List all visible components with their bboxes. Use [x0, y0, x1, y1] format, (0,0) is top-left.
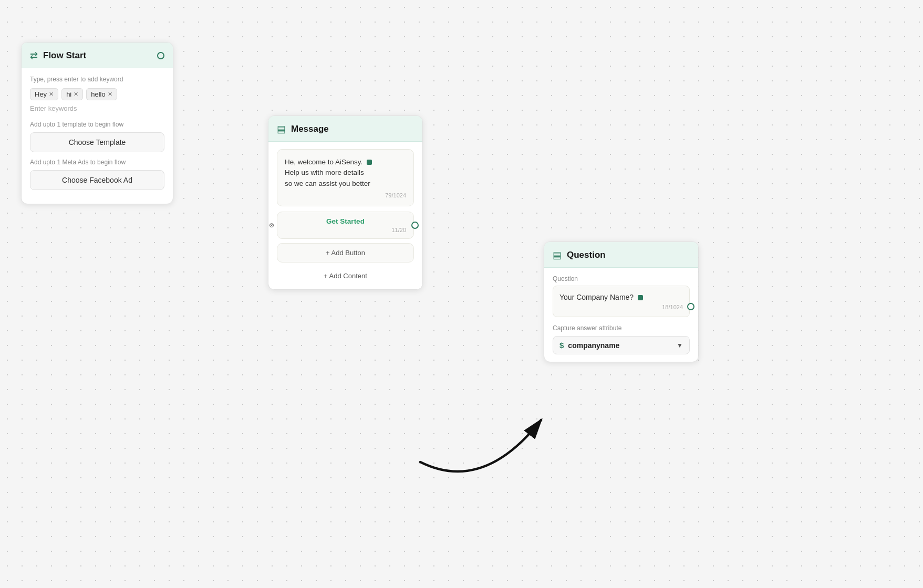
ads-section-label: Add upto 1 Meta Ads to begin flow [30, 159, 164, 166]
keyword-hint: Type, press enter to add keyword [30, 76, 164, 83]
button-char-count: 11/20 [285, 227, 406, 233]
question-icon: ▤ [553, 249, 562, 261]
choose-facebook-ad-button[interactable]: Choose Facebook Ad [30, 170, 164, 190]
choose-template-button[interactable]: Choose Template [30, 132, 164, 152]
add-button-row[interactable]: + Add Button [277, 243, 414, 262]
keywords-row: Hey ✕ hi ✕ hello ✕ [30, 88, 164, 100]
question-section-label: Question [553, 275, 690, 282]
keyword-hi-label: hi [66, 90, 71, 98]
keyword-hi-remove[interactable]: ✕ [74, 91, 78, 98]
capture-label: Capture answer attribute [553, 324, 690, 332]
keyword-hello[interactable]: hello ✕ [86, 88, 117, 100]
message-title: Message [291, 124, 414, 134]
flow-start-body: Type, press enter to add keyword Hey ✕ h… [22, 68, 173, 204]
get-started-label: Get Started [285, 217, 406, 225]
question-input-area[interactable]: Your Company Name? 18/1024 [553, 286, 690, 317]
question-card: ▤ Question Question Your Company Name? 1… [544, 242, 699, 362]
question-green-dot [638, 295, 643, 300]
keyword-hi[interactable]: hi ✕ [61, 88, 83, 100]
flow-start-title: Flow Start [43, 50, 152, 61]
message-green-dot [367, 160, 372, 165]
question-body: Question Your Company Name? 18/1024 Capt… [544, 268, 698, 362]
keyword-hey-remove[interactable]: ✕ [49, 91, 54, 98]
message-bubble[interactable]: He, welcome to AiSensy. Help us with mor… [277, 149, 414, 206]
capture-dropdown[interactable]: $ companyname ▼ [553, 336, 690, 354]
button-option-remove[interactable]: ⊗ [269, 222, 274, 229]
message-char-count: 79/1024 [285, 192, 406, 198]
dollar-icon: $ [559, 341, 564, 350]
message-header: ▤ Message [268, 116, 422, 142]
question-char-count: 18/1024 [559, 304, 683, 310]
template-section-label: Add upto 1 template to begin flow [30, 121, 164, 128]
button-connection-dot[interactable] [411, 222, 419, 229]
keyword-hey-label: Hey [35, 90, 47, 98]
flow-start-icon: ⇄ [30, 50, 38, 61]
add-content-row[interactable]: + Add Content [277, 267, 414, 282]
flow-start-connection-dot[interactable] [157, 52, 164, 59]
question-connection-dot[interactable] [687, 303, 694, 310]
keyword-hello-remove[interactable]: ✕ [108, 91, 112, 98]
question-text: Your Company Name? [559, 293, 643, 301]
dropdown-chevron-icon[interactable]: ▼ [677, 342, 683, 349]
flow-start-card: ⇄ Flow Start Type, press enter to add ke… [21, 42, 173, 204]
message-icon: ▤ [277, 123, 286, 135]
flow-start-header: ⇄ Flow Start [22, 43, 173, 68]
message-text: He, welcome to AiSensy. Help us with mor… [285, 157, 406, 189]
get-started-button-option[interactable]: ⊗ Get Started 11/20 [277, 212, 414, 239]
message-card: ▤ Message He, welcome to AiSensy. Help u… [268, 116, 423, 290]
question-title: Question [567, 250, 690, 260]
question-header: ▤ Question [544, 242, 698, 268]
message-body: He, welcome to AiSensy. Help us with mor… [268, 142, 422, 289]
attribute-value: companyname [568, 341, 672, 350]
keyword-input-placeholder[interactable]: Enter keywords [30, 104, 164, 112]
keyword-hello-label: hello [91, 90, 105, 98]
keyword-hey[interactable]: Hey ✕ [30, 88, 58, 100]
